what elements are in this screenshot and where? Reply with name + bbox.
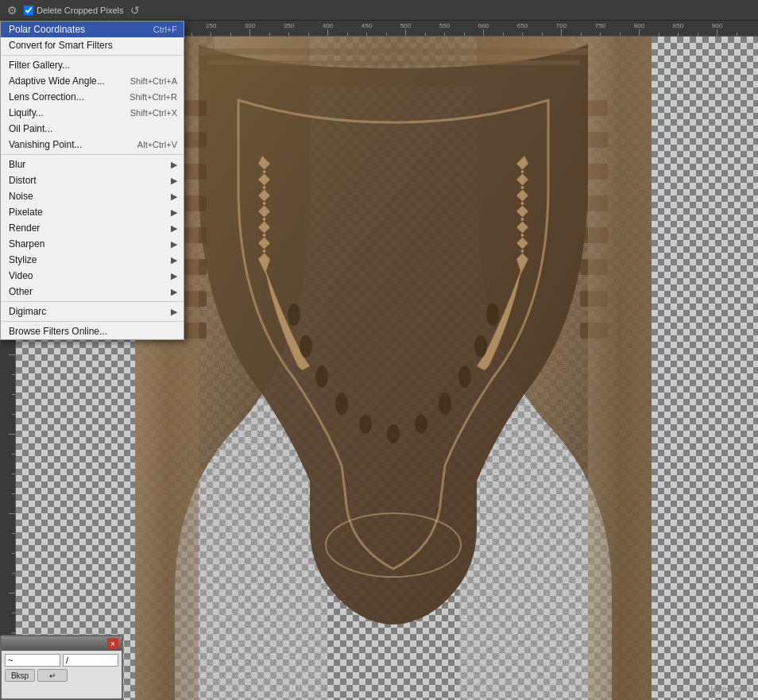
ruler-label: 750	[595, 22, 605, 29]
top-toolbar: ⚙ Delete Cropped Pixels ↺	[0, 0, 758, 21]
menu-item-pixelate[interactable]: Pixelate▶	[1, 204, 184, 220]
ruler-tick	[425, 33, 426, 36]
ruler-tick: 800	[639, 29, 640, 36]
calc-display-1[interactable]: ~	[5, 654, 60, 667]
menu-item-stylize[interactable]: Stylize▶	[1, 252, 184, 268]
delete-cropped-label: Delete Cropped Pixels	[37, 6, 123, 15]
ruler-tick: 600	[483, 29, 484, 36]
menu-item-shortcut-or-arrow: ▶	[171, 223, 177, 234]
calc-body: ~ / Bksp ↵	[2, 651, 122, 698]
svg-rect-30	[199, 48, 588, 55]
ruler-tick	[581, 33, 582, 36]
ruler-left-tick	[9, 434, 15, 435]
menu-item-polar-coordinates[interactable]: Polar CoordinatesCtrl+F	[1, 21, 184, 37]
menu-item-label: Adaptive Wide Angle...	[9, 75, 105, 87]
svg-point-21	[359, 415, 372, 434]
ruler-label: 550	[439, 22, 450, 29]
menu-item-distort[interactable]: Distort▶	[1, 172, 184, 188]
menu-item-liquify[interactable]: Liquify...Shift+Ctrl+X	[1, 105, 184, 121]
menu-item-lens-correction[interactable]: Lens Correction...Shift+Ctrl+R	[1, 89, 184, 105]
ruler-label: 650	[517, 22, 528, 29]
calculator-panel: × ~ / Bksp ↵	[0, 635, 123, 700]
menu-item-label: Blur	[9, 159, 25, 170]
ruler-tick: 700	[561, 29, 562, 36]
ruler-tick: 900	[717, 29, 717, 36]
calc-display-2[interactable]: /	[63, 654, 118, 667]
menu-item-label: Video	[9, 270, 33, 281]
watermark: pxleyes.com	[702, 684, 750, 694]
menu-item-shortcut-or-arrow: ▶	[171, 160, 177, 170]
menu-item-shortcut-or-arrow: Ctrl+F	[153, 25, 177, 34]
menu-item-label: Stylize	[9, 254, 37, 265]
ruler-left-tick	[12, 632, 15, 633]
ruler-tick	[269, 33, 270, 36]
menu-item-video[interactable]: Video▶	[1, 268, 184, 284]
ruler-left-tick	[9, 513, 15, 514]
ruler-tick	[542, 33, 543, 36]
ruler-label: 800	[634, 22, 644, 29]
menu-item-filter-gallery[interactable]: Filter Gallery...	[1, 57, 184, 73]
ruler-tick: 550	[444, 33, 445, 36]
menu-item-convert-smart[interactable]: Convert for Smart Filters	[1, 37, 184, 53]
calc-titlebar: ×	[2, 636, 122, 651]
ruler-label: 250	[206, 22, 216, 29]
menu-item-label: Oil Paint...	[9, 123, 52, 134]
menu-item-label: Render	[9, 222, 40, 234]
ruler-tick: 450	[366, 33, 367, 36]
menu-item-label: Liquify...	[9, 107, 44, 118]
svg-rect-31	[207, 60, 580, 65]
menu-item-digimarc[interactable]: Digimarc▶	[1, 304, 184, 319]
calc-enter-button[interactable]: ↵	[37, 669, 68, 682]
delete-cropped-checkbox[interactable]	[24, 6, 33, 15]
svg-point-17	[288, 304, 300, 326]
svg-point-22	[387, 424, 400, 443]
ruler-tick	[698, 33, 698, 36]
ruler-left-tick	[12, 474, 15, 474]
svg-point-19	[315, 365, 328, 388]
filter-menu: Polar CoordinatesCtrl+FConvert for Smart…	[0, 21, 184, 340]
ruler-label: 500	[400, 22, 411, 29]
ruler-tick: 400	[327, 29, 328, 36]
menu-item-shortcut-or-arrow: ▶	[171, 176, 177, 186]
menu-item-shortcut-or-arrow: Shift+Ctrl+A	[130, 76, 177, 86]
gear-icon[interactable]: ⚙	[5, 3, 19, 17]
menu-item-label: Pixelate	[9, 207, 43, 218]
menu-item-oil-paint[interactable]: Oil Paint...	[1, 121, 184, 137]
menu-item-sharpen[interactable]: Sharpen▶	[1, 236, 184, 252]
ruler-label: 350	[284, 22, 294, 29]
ruler-left-tick	[12, 553, 15, 554]
menu-item-label: Noise	[9, 191, 33, 202]
ruler-tick	[347, 33, 348, 36]
svg-point-23	[415, 415, 427, 434]
menu-item-shortcut-or-arrow: ▶	[171, 191, 177, 202]
menu-item-label: Lens Correction...	[9, 91, 84, 102]
svg-point-18	[300, 335, 312, 358]
menu-separator	[1, 301, 184, 302]
menu-item-shortcut-or-arrow: ▶	[171, 287, 177, 297]
calc-row-1: ~ /	[5, 654, 118, 667]
calc-close-button[interactable]: ×	[107, 638, 118, 649]
menu-item-browse-filters[interactable]: Browse Filters Online...	[1, 323, 184, 339]
svg-point-20	[335, 393, 348, 415]
ruler-left-tick	[12, 414, 15, 415]
delete-cropped-option[interactable]: Delete Cropped Pixels	[24, 6, 123, 15]
menu-item-shortcut-or-arrow: ▶	[171, 255, 177, 265]
menu-item-vanishing-point[interactable]: Vanishing Point...Alt+Ctrl+V	[1, 137, 184, 153]
undo-icon[interactable]: ↺	[128, 3, 142, 17]
calc-bksp-button[interactable]: Bksp	[5, 669, 35, 682]
menu-item-render[interactable]: Render▶	[1, 220, 184, 236]
menu-item-adaptive-wide-angle[interactable]: Adaptive Wide Angle...Shift+Ctrl+A	[1, 73, 184, 89]
ruler-left-tick	[12, 573, 15, 574]
arch-image	[135, 37, 652, 700]
ruler-tick: 850	[678, 33, 679, 36]
menu-item-noise[interactable]: Noise▶	[1, 188, 184, 204]
menu-item-blur[interactable]: Blur▶	[1, 157, 184, 172]
ruler-tick	[659, 33, 659, 36]
menu-item-other[interactable]: Other▶	[1, 284, 184, 300]
ruler-label: 600	[478, 22, 489, 29]
ruler-tick	[191, 33, 192, 36]
menu-item-shortcut-or-arrow: Alt+Ctrl+V	[137, 140, 177, 149]
menu-item-label: Other	[9, 286, 33, 297]
menu-item-shortcut-or-arrow: ▶	[171, 239, 177, 249]
menu-item-shortcut-or-arrow: Shift+Ctrl+R	[130, 92, 177, 102]
